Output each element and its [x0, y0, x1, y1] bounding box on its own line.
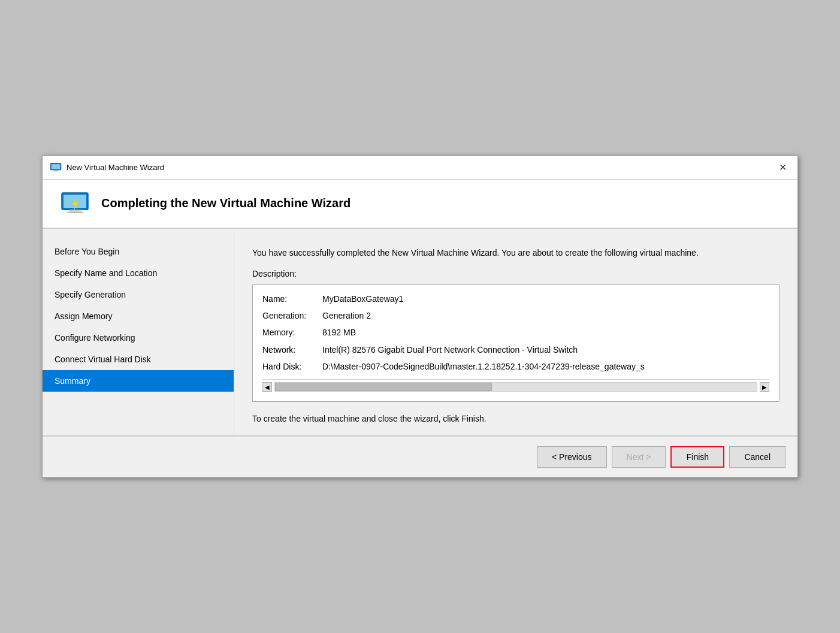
sidebar-item-configure-networking[interactable]: Configure Networking: [43, 327, 234, 349]
sidebar-item-summary[interactable]: Summary: [43, 370, 234, 392]
window-title: New Virtual Machine Wizard: [67, 163, 164, 172]
previous-button[interactable]: < Previous: [537, 446, 607, 468]
desc-label-generation: Generation:: [262, 309, 322, 322]
sidebar-item-before-you-begin[interactable]: Before You Begin: [43, 241, 234, 262]
sidebar-item-specify-name-location[interactable]: Specify Name and Location: [43, 262, 234, 284]
scroll-track[interactable]: [274, 382, 757, 392]
description-label: Description:: [252, 269, 779, 278]
next-button[interactable]: Next >: [612, 446, 666, 468]
intro-text: You have successfully completed the New …: [252, 247, 779, 259]
sidebar-item-assign-memory[interactable]: Assign Memory: [43, 305, 234, 327]
desc-label-network: Network:: [262, 343, 322, 356]
desc-label-hard-disk: Hard Disk:: [262, 360, 322, 373]
svg-rect-6: [69, 210, 81, 212]
desc-row-hard-disk: Hard Disk: D:\Master-0907-CodeSignedBuil…: [262, 360, 769, 373]
description-box: Name: MyDataBoxGateway1 Generation: Gene…: [252, 284, 779, 402]
desc-row-memory: Memory: 8192 MB: [262, 326, 769, 339]
svg-rect-2: [54, 170, 58, 171]
desc-label-name: Name:: [262, 292, 322, 305]
scroll-left-arrow[interactable]: ◀: [262, 382, 272, 392]
cancel-button[interactable]: Cancel: [729, 446, 785, 468]
finish-text: To create the virtual machine and close …: [252, 414, 779, 423]
vm-icon: [50, 162, 62, 172]
footer: < Previous Next > Finish Cancel: [43, 436, 797, 477]
close-button[interactable]: ✕: [775, 160, 790, 174]
desc-label-memory: Memory:: [262, 326, 322, 339]
sidebar: Before You Begin Specify Name and Locati…: [43, 229, 234, 436]
horizontal-scrollbar[interactable]: ◀ ▶: [262, 379, 769, 394]
desc-value-memory: 8192 MB: [322, 326, 356, 339]
scroll-thumb[interactable]: [275, 383, 492, 391]
sidebar-item-connect-virtual-hard-disk[interactable]: Connect Virtual Hard Disk: [43, 349, 234, 370]
header-title: Completing the New Virtual Machine Wizar…: [101, 196, 350, 210]
content-area: Before You Begin Specify Name and Locati…: [43, 229, 797, 436]
desc-value-generation: Generation 2: [322, 309, 371, 322]
desc-value-name: MyDataBoxGateway1: [322, 292, 403, 305]
title-bar-left: New Virtual Machine Wizard: [50, 162, 164, 172]
desc-row-generation: Generation: Generation 2: [262, 309, 769, 322]
scroll-right-arrow[interactable]: ▶: [760, 382, 769, 392]
main-content: You have successfully completed the New …: [234, 229, 797, 436]
wizard-window: New Virtual Machine Wizard ✕ Completing …: [42, 155, 798, 478]
desc-row-name: Name: MyDataBoxGateway1: [262, 292, 769, 305]
desc-value-network: Intel(R) 82576 Gigabit Dual Port Network…: [322, 343, 578, 356]
desc-value-hard-disk: D:\Master-0907-CodeSignedBuild\master.1.…: [322, 360, 645, 373]
svg-rect-3: [53, 171, 59, 171]
sidebar-item-specify-generation[interactable]: Specify Generation: [43, 284, 234, 305]
svg-rect-7: [67, 212, 83, 213]
header-vm-icon: [61, 192, 89, 216]
svg-rect-1: [52, 164, 60, 169]
desc-row-network: Network: Intel(R) 82576 Gigabit Dual Por…: [262, 343, 769, 356]
header-area: Completing the New Virtual Machine Wizar…: [43, 180, 797, 228]
finish-button[interactable]: Finish: [670, 446, 724, 468]
title-bar: New Virtual Machine Wizard ✕: [43, 156, 797, 180]
